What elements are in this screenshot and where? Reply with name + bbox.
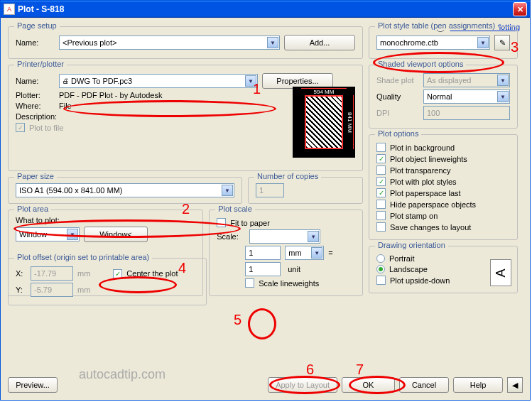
save-checkbox[interactable] <box>376 222 386 232</box>
fit-to-paper-checkbox[interactable] <box>217 218 226 227</box>
mm-label: mm <box>77 286 90 294</box>
scale-label: Scale: <box>217 232 245 241</box>
titlebar: A Plot - S-818 ✕ <box>1 1 530 18</box>
name-label: Name: <box>16 77 55 85</box>
plot-options-group: Plot options Plot in background ✓Plot ob… <box>369 134 518 240</box>
ok-button[interactable]: OK <box>342 377 395 393</box>
x-input: -17.79 <box>31 266 73 281</box>
chevron-down-icon: ▼ <box>308 231 319 242</box>
apply-layout-button[interactable]: Apply to Layout <box>268 377 337 393</box>
combo-value: ISO A1 (594.00 x 841.00 MM) <box>19 186 123 195</box>
center-label: Center the plot <box>126 269 178 278</box>
center-plot-checkbox[interactable]: ✓ <box>113 269 122 278</box>
group-title: Paper size <box>14 172 57 180</box>
combo-value: Window <box>19 230 47 239</box>
chevron-left-icon: ◀ <box>512 381 518 390</box>
paper-size-combo[interactable]: ISO A1 (594.00 x 841.00 MM) ▼ <box>16 183 234 197</box>
y-input: -5.79 <box>31 283 73 297</box>
equals: = <box>328 249 332 257</box>
scale-lineweights-checkbox[interactable] <box>245 278 254 288</box>
page-setup-name-combo[interactable]: <Previous plot> ▼ <box>59 36 280 50</box>
paper-preview: 594 MM 841 MM <box>293 87 355 158</box>
quality-label: Quality <box>376 92 419 101</box>
copies-input: 1 <box>256 183 284 197</box>
shaded-viewport-group: Shaded viewport options Shade plot As di… <box>369 65 518 129</box>
landscape-radio[interactable] <box>376 265 385 273</box>
portrait-radio[interactable] <box>376 254 385 263</box>
what-to-plot-combo[interactable]: Window ▼ <box>16 227 80 241</box>
page-setup-group: Page setup Name: <Previous plot> ▼ Add..… <box>8 26 363 59</box>
window-title: Plot - S-818 <box>18 4 513 14</box>
scale-denominator[interactable]: 1 <box>245 262 281 276</box>
add-button[interactable]: Add... <box>284 35 355 50</box>
dpi-label: DPI <box>376 109 419 117</box>
group-title: Drawing orientation <box>375 241 448 249</box>
plot-to-file-checkbox: ✓ <box>16 123 25 132</box>
fit-label: Fit to paper <box>230 219 270 227</box>
pencil-icon: ✎ <box>499 38 506 48</box>
shade-plot-combo: As displayed▼ <box>423 73 510 87</box>
dpi-input: 100 <box>423 106 510 120</box>
scale-combo[interactable]: ▼ <box>249 229 320 244</box>
lw-checkbox[interactable]: ✓ <box>376 154 386 163</box>
y-label: Y: <box>16 286 26 294</box>
copies-group: Number of copies 1 <box>248 177 363 204</box>
app-icon: A <box>4 4 15 15</box>
window-pick-button[interactable]: Window< <box>84 227 148 242</box>
plot-offset-group: Plot offset (origin set to printable are… <box>8 258 207 305</box>
stamp-checkbox[interactable] <box>376 211 386 220</box>
upside-checkbox[interactable] <box>376 276 386 285</box>
plotter-label: Plotter: <box>16 91 55 99</box>
where-value: File <box>59 102 72 110</box>
group-title: Plot options <box>375 129 421 138</box>
printer-group: Printer/plotter Name: 🖨 DWG To PDF.pc3 ▼… <box>8 65 363 171</box>
chevron-down-icon: ▼ <box>222 185 233 196</box>
plot-scale-group: Plot scale Fit to paper Scale: ▼ 1 mm <box>209 210 363 296</box>
combo-value: <Previous plot> <box>63 38 116 47</box>
preview-button[interactable]: Preview... <box>8 377 58 393</box>
chevron-down-icon: ▼ <box>311 247 322 259</box>
bg-checkbox[interactable] <box>376 143 386 152</box>
scale-numerator[interactable]: 1 <box>245 246 281 260</box>
group-title: Page setup <box>14 21 60 30</box>
group-title: Plot style table (pen assignments) <box>375 21 498 30</box>
printer-name-combo[interactable]: 🖨 DWG To PDF.pc3 ▼ <box>59 74 258 88</box>
orientation-group: Drawing orientation Portrait Landscape P… <box>369 246 518 293</box>
orientation-icon: A <box>490 259 511 286</box>
chevron-down-icon: ▼ <box>67 229 78 240</box>
plot-style-combo[interactable]: monochrome.ctb ▼ <box>376 36 490 50</box>
chevron-down-icon: ▼ <box>497 75 509 86</box>
preview-height: 841 MM <box>347 95 354 149</box>
help-button[interactable]: Help <box>453 377 503 393</box>
shade-label: Shade plot <box>376 76 419 85</box>
expand-button[interactable]: ◀ <box>507 377 523 393</box>
chevron-down-icon: ▼ <box>245 75 256 87</box>
plot-dialog: A Plot - S-818 ✕ i Learn about Plotting … <box>0 0 531 401</box>
mm-label: mm <box>77 269 90 278</box>
plot-style-group: Plot style table (pen assignments) monoc… <box>369 26 518 59</box>
group-title: Number of copies <box>254 172 321 180</box>
chevron-down-icon: ▼ <box>477 37 489 48</box>
trans-checkbox[interactable] <box>376 165 386 175</box>
scale-unit-combo[interactable]: mm ▼ <box>285 246 324 260</box>
chevron-down-icon: ▼ <box>267 37 278 48</box>
close-button[interactable]: ✕ <box>513 2 527 16</box>
group-title: Printer/plotter <box>14 60 67 68</box>
what-to-plot-label: What to plot: <box>16 216 195 224</box>
combo-value: DWG To PDF.pc3 <box>71 77 132 85</box>
quality-combo[interactable]: Normal▼ <box>423 89 510 104</box>
group-title: Shaded viewport options <box>375 60 466 68</box>
styles-checkbox[interactable]: ✓ <box>376 177 386 186</box>
group-title: Plot offset (origin set to printable are… <box>14 253 152 261</box>
combo-value: monochrome.ctb <box>380 38 438 47</box>
paperspace-checkbox[interactable]: ✓ <box>376 188 386 197</box>
x-label: X: <box>16 269 26 278</box>
where-label: Where: <box>16 102 55 110</box>
hide-checkbox[interactable] <box>376 200 386 209</box>
cancel-button[interactable]: Cancel <box>399 377 449 393</box>
group-title: Plot scale <box>215 205 255 213</box>
style-edit-button[interactable]: ✎ <box>494 35 510 50</box>
paper-size-group: Paper size ISO A1 (594.00 x 841.00 MM) ▼ <box>8 177 242 204</box>
desc-label: Description: <box>16 112 65 121</box>
plotter-value: PDF - PDF Plot - by Autodesk <box>59 91 163 99</box>
